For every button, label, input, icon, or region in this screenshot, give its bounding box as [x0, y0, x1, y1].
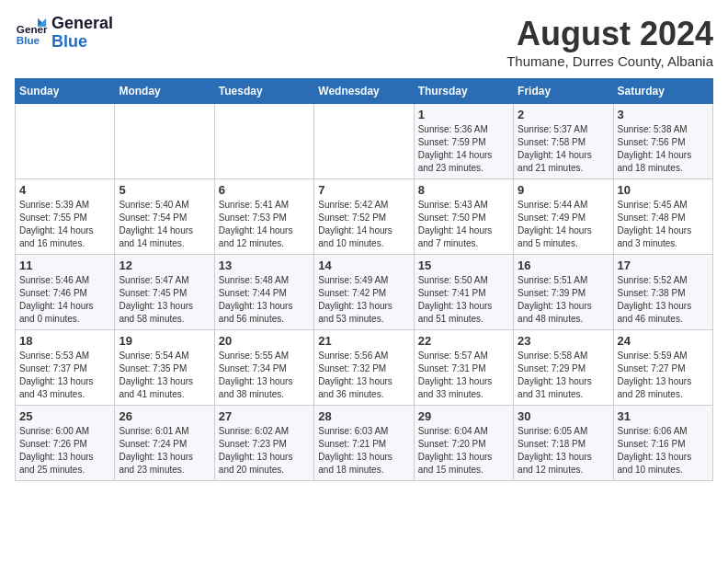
day-number: 2 [518, 108, 609, 121]
calendar-cell: 18Sunrise: 5:53 AM Sunset: 7:37 PM Dayli… [16, 330, 115, 406]
day-info: Sunrise: 5:55 AM Sunset: 7:34 PM Dayligh… [219, 350, 310, 401]
calendar-cell: 9Sunrise: 5:44 AM Sunset: 7:49 PM Daylig… [514, 179, 613, 255]
calendar-cell: 30Sunrise: 6:05 AM Sunset: 7:18 PM Dayli… [514, 406, 613, 481]
weekday-header-thursday: Thursday [414, 79, 513, 104]
day-info: Sunrise: 5:41 AM Sunset: 7:53 PM Dayligh… [219, 199, 310, 250]
logo: General Blue General Blue [15, 15, 113, 52]
calendar-cell: 7Sunrise: 5:42 AM Sunset: 7:52 PM Daylig… [314, 179, 414, 255]
day-number: 31 [618, 409, 709, 423]
day-info: Sunrise: 5:36 AM Sunset: 7:59 PM Dayligh… [418, 123, 509, 175]
day-number: 19 [119, 334, 210, 348]
day-info: Sunrise: 5:47 AM Sunset: 7:45 PM Dayligh… [119, 274, 210, 326]
calendar-week-3: 11Sunrise: 5:46 AM Sunset: 7:46 PM Dayli… [16, 255, 713, 330]
day-number: 26 [119, 409, 210, 423]
day-info: Sunrise: 5:39 AM Sunset: 7:55 PM Dayligh… [19, 199, 110, 250]
weekday-header-sunday: Sunday [16, 79, 115, 104]
calendar-cell [115, 104, 214, 179]
calendar-cell: 29Sunrise: 6:04 AM Sunset: 7:20 PM Dayli… [414, 406, 513, 481]
day-info: Sunrise: 6:00 AM Sunset: 7:26 PM Dayligh… [19, 425, 110, 477]
calendar-cell: 3Sunrise: 5:38 AM Sunset: 7:56 PM Daylig… [613, 104, 712, 179]
page-header: General Blue General Blue August 2024 Th… [15, 15, 713, 69]
day-info: Sunrise: 5:51 AM Sunset: 7:39 PM Dayligh… [518, 274, 609, 326]
calendar-week-2: 4Sunrise: 5:39 AM Sunset: 7:55 PM Daylig… [16, 179, 713, 255]
month-year: August 2024 [506, 15, 713, 53]
day-info: Sunrise: 5:45 AM Sunset: 7:48 PM Dayligh… [618, 199, 709, 250]
calendar-cell: 22Sunrise: 5:57 AM Sunset: 7:31 PM Dayli… [414, 330, 513, 406]
calendar-cell: 8Sunrise: 5:43 AM Sunset: 7:50 PM Daylig… [414, 179, 513, 255]
day-number: 24 [618, 334, 709, 348]
calendar-cell: 5Sunrise: 5:40 AM Sunset: 7:54 PM Daylig… [115, 179, 214, 255]
calendar-body: 1Sunrise: 5:36 AM Sunset: 7:59 PM Daylig… [16, 104, 713, 481]
svg-text:Blue: Blue [17, 33, 40, 45]
calendar-cell: 23Sunrise: 5:58 AM Sunset: 7:29 PM Dayli… [514, 330, 613, 406]
day-number: 5 [119, 183, 210, 197]
day-number: 11 [19, 259, 110, 272]
calendar-week-5: 25Sunrise: 6:00 AM Sunset: 7:26 PM Dayli… [16, 406, 713, 481]
day-number: 10 [618, 183, 709, 197]
day-number: 23 [518, 334, 609, 348]
day-info: Sunrise: 6:01 AM Sunset: 7:24 PM Dayligh… [119, 425, 210, 477]
day-info: Sunrise: 5:38 AM Sunset: 7:56 PM Dayligh… [618, 123, 709, 175]
calendar-cell: 31Sunrise: 6:06 AM Sunset: 7:16 PM Dayli… [613, 406, 712, 481]
day-number: 3 [618, 108, 709, 121]
day-number: 18 [19, 334, 110, 348]
day-number: 13 [219, 259, 310, 272]
calendar-cell: 28Sunrise: 6:03 AM Sunset: 7:21 PM Dayli… [314, 406, 414, 481]
calendar-cell: 11Sunrise: 5:46 AM Sunset: 7:46 PM Dayli… [16, 255, 115, 330]
day-info: Sunrise: 5:50 AM Sunset: 7:41 PM Dayligh… [418, 274, 509, 326]
calendar-cell: 13Sunrise: 5:48 AM Sunset: 7:44 PM Dayli… [214, 255, 313, 330]
calendar-cell: 14Sunrise: 5:49 AM Sunset: 7:42 PM Dayli… [314, 255, 414, 330]
calendar-header: SundayMondayTuesdayWednesdayThursdayFrid… [16, 79, 713, 104]
calendar-cell: 25Sunrise: 6:00 AM Sunset: 7:26 PM Dayli… [16, 406, 115, 481]
day-number: 21 [318, 334, 409, 348]
calendar-week-4: 18Sunrise: 5:53 AM Sunset: 7:37 PM Dayli… [16, 330, 713, 406]
calendar-cell: 26Sunrise: 6:01 AM Sunset: 7:24 PM Dayli… [115, 406, 214, 481]
calendar-cell: 16Sunrise: 5:51 AM Sunset: 7:39 PM Dayli… [514, 255, 613, 330]
calendar-cell: 6Sunrise: 5:41 AM Sunset: 7:53 PM Daylig… [214, 179, 313, 255]
day-number: 30 [518, 409, 609, 423]
day-info: Sunrise: 5:59 AM Sunset: 7:27 PM Dayligh… [618, 350, 709, 401]
calendar-cell [16, 104, 115, 179]
calendar-cell: 20Sunrise: 5:55 AM Sunset: 7:34 PM Dayli… [214, 330, 313, 406]
day-info: Sunrise: 6:06 AM Sunset: 7:16 PM Dayligh… [618, 425, 709, 477]
weekday-header-saturday: Saturday [613, 79, 712, 104]
day-number: 17 [618, 259, 709, 272]
day-info: Sunrise: 5:48 AM Sunset: 7:44 PM Dayligh… [219, 274, 310, 326]
day-number: 29 [418, 409, 509, 423]
logo-general: General [51, 14, 113, 32]
calendar-cell: 15Sunrise: 5:50 AM Sunset: 7:41 PM Dayli… [414, 255, 513, 330]
day-info: Sunrise: 6:02 AM Sunset: 7:23 PM Dayligh… [219, 425, 310, 477]
calendar-table: SundayMondayTuesdayWednesdayThursdayFrid… [15, 78, 713, 481]
weekday-header-friday: Friday [514, 79, 613, 104]
day-info: Sunrise: 5:44 AM Sunset: 7:49 PM Dayligh… [518, 199, 609, 250]
day-number: 25 [19, 409, 110, 423]
day-info: Sunrise: 5:53 AM Sunset: 7:37 PM Dayligh… [19, 350, 110, 401]
day-info: Sunrise: 5:56 AM Sunset: 7:32 PM Dayligh… [318, 350, 409, 401]
day-info: Sunrise: 6:03 AM Sunset: 7:21 PM Dayligh… [318, 425, 409, 477]
calendar-cell: 27Sunrise: 6:02 AM Sunset: 7:23 PM Dayli… [214, 406, 313, 481]
title-block: August 2024 Thumane, Durres County, Alba… [506, 15, 713, 69]
calendar-cell: 19Sunrise: 5:54 AM Sunset: 7:35 PM Dayli… [115, 330, 214, 406]
day-info: Sunrise: 5:42 AM Sunset: 7:52 PM Dayligh… [318, 199, 409, 250]
day-info: Sunrise: 5:57 AM Sunset: 7:31 PM Dayligh… [418, 350, 509, 401]
day-number: 12 [119, 259, 210, 272]
calendar-cell: 17Sunrise: 5:52 AM Sunset: 7:38 PM Dayli… [613, 255, 712, 330]
calendar-cell: 4Sunrise: 5:39 AM Sunset: 7:55 PM Daylig… [16, 179, 115, 255]
logo-blue: Blue [51, 32, 87, 51]
logo-text: General Blue [51, 15, 113, 52]
calendar-week-1: 1Sunrise: 5:36 AM Sunset: 7:59 PM Daylig… [16, 104, 713, 179]
logo-icon: General Blue [15, 17, 48, 50]
calendar-cell: 24Sunrise: 5:59 AM Sunset: 7:27 PM Dayli… [613, 330, 712, 406]
calendar-cell: 2Sunrise: 5:37 AM Sunset: 7:58 PM Daylig… [514, 104, 613, 179]
day-info: Sunrise: 5:43 AM Sunset: 7:50 PM Dayligh… [418, 199, 509, 250]
day-number: 28 [318, 409, 409, 423]
weekday-header-monday: Monday [115, 79, 214, 104]
day-number: 20 [219, 334, 310, 348]
day-number: 8 [418, 183, 509, 197]
calendar-cell [214, 104, 313, 179]
calendar-cell: 21Sunrise: 5:56 AM Sunset: 7:32 PM Dayli… [314, 330, 414, 406]
day-number: 4 [19, 183, 110, 197]
day-info: Sunrise: 6:04 AM Sunset: 7:20 PM Dayligh… [418, 425, 509, 477]
day-info: Sunrise: 5:40 AM Sunset: 7:54 PM Dayligh… [119, 199, 210, 250]
weekday-header-row: SundayMondayTuesdayWednesdayThursdayFrid… [16, 79, 713, 104]
